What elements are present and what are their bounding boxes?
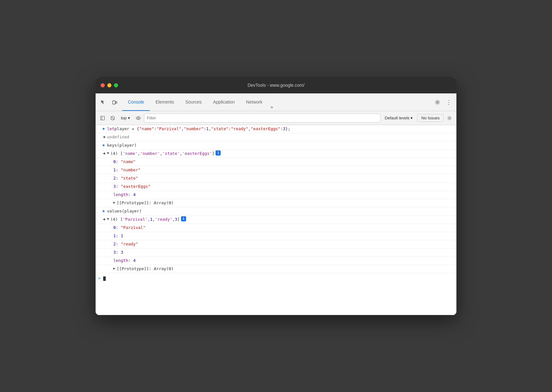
tab-console[interactable]: Console [122,93,150,111]
values-item-3: 3 : 3 [96,249,456,257]
clear-console-button[interactable] [108,114,117,123]
svg-point-2 [437,101,438,103]
default-levels-button[interactable]: Default levels ▾ [382,114,416,122]
line-content: 1 : "number" [113,167,454,174]
console-line-input-2: ▶ keys(player) [96,142,456,150]
settings-button[interactable] [432,97,442,107]
line-content: keys(player) [107,142,454,149]
line-content: 3 : "easterEggs" [113,183,454,190]
keys-item-0: 0 : "name" [96,158,456,166]
line-gutter: ▶ [98,142,107,148]
line-content: 0 : "name" [113,159,454,165]
info-badge[interactable]: i [181,216,186,221]
keys-item-2: 2 : "state" [96,174,456,183]
expand-collapse-arrow[interactable]: ▶ [113,200,116,205]
keys-item-3: 3 : "easterEggs" [96,183,456,191]
main-toolbar: Console Elements Sources Application Net… [96,93,456,111]
keys-item-1: 1 : "number" [96,166,456,174]
svg-rect-1 [116,102,117,103]
maximize-button[interactable] [114,83,118,87]
line-gutter: ◀ [98,216,107,222]
window-title: DevTools - www.google.com/ [248,83,304,88]
tab-sources[interactable]: Sources [180,93,207,111]
svg-point-8 [449,117,450,119]
line-gutter: ▶ [98,126,107,132]
line-content: ▶ [[Prototype]]: Array(0) [113,266,454,272]
tab-network[interactable]: Network [241,93,268,111]
tab-application[interactable]: Application [207,93,241,111]
line-content: let player = { "name" : "Parzival" , "nu… [107,126,454,132]
line-content: ▶ [[Prototype]]: Array(0) [113,200,454,206]
line-content: 2 : "ready" [113,241,454,248]
console-settings-button[interactable] [445,114,454,123]
line-content: 2 : "state" [113,175,454,182]
expand-arrow[interactable]: ▶ [103,142,105,148]
line-gutter: ▶ [98,208,107,214]
expand-collapse-arrow[interactable]: ▼ [107,150,109,156]
line-gutter: ◀ [98,150,107,156]
values-length: length : 4 [96,257,456,265]
sidebar-toggle-button[interactable] [98,114,107,123]
line-content: 3 : 3 [113,249,454,256]
live-expressions-button[interactable] [134,114,143,123]
line-gutter: ◀ [98,134,107,140]
expand-collapse-arrow[interactable]: ▼ [107,216,109,222]
filter-input[interactable] [144,114,380,123]
line-content: ▼ (4) [ 'name' , 'number' , 'state' , 'e… [107,150,454,157]
values-item-0: 0 : "Parzival" [96,224,456,232]
expand-collapse-arrow[interactable]: ▶ [113,266,116,271]
console-line-values-header: ◀ ▼ (4) [ 'Parzival' , 1 , 'ready' , 3 ]… [96,216,456,224]
output-arrow: ◀ [103,216,105,222]
info-badge[interactable]: i [216,150,221,155]
svg-rect-0 [113,101,115,104]
values-item-1: 1 : 1 [96,232,456,240]
line-content: 1 : 1 [113,233,454,239]
line-content: ▼ (4) [ 'Parzival' , 1 , 'ready' , 3 ] i [107,216,454,223]
context-selector[interactable]: top ▾ [118,114,133,122]
toolbar-icon-group [98,97,120,107]
console-line-input-3: ▶ values(player) [96,207,456,216]
output-arrow: ◀ [103,150,105,156]
expand-arrow[interactable]: ▶ [103,208,105,214]
toolbar-right-actions: ⋮ [432,97,454,107]
output-arrow: ◀ [103,134,105,140]
devtools-window: DevTools - www.google.com/ Console Eleme… [96,77,456,315]
console-line-keys-header: ◀ ▼ (4) [ 'name' , 'number' , 'state' , … [96,150,456,158]
tab-elements[interactable]: Elements [150,93,179,111]
values-prototype: ▶ [[Prototype]]: Array(0) [96,265,456,273]
more-tabs-button[interactable]: » [268,103,276,111]
expand-arrow[interactable]: ▶ [103,126,105,132]
titlebar: DevTools - www.google.com/ [96,77,456,93]
console-toolbar: top ▾ Default levels ▾ No Issues [96,111,456,125]
console-prompt: > [98,275,101,282]
traffic-lights [101,83,118,87]
console-cursor [103,276,106,281]
line-content: 0 : "Parzival" [113,224,454,231]
line-content: values(player) [107,208,454,215]
more-options-button[interactable]: ⋮ [444,97,454,107]
values-item-2: 2 : "ready" [96,240,456,249]
close-button[interactable] [101,83,105,87]
device-toolbar-button[interactable] [110,97,120,107]
devtools-tabs: Console Elements Sources Application Net… [122,93,432,111]
svg-point-7 [138,117,139,119]
keys-length: length : 4 [96,191,456,199]
console-output: ▶ let player = { "name" : "Parzival" , "… [96,125,456,315]
line-content: undefined [107,134,454,141]
svg-line-6 [111,117,114,119]
line-content: length : 4 [113,192,454,198]
minimize-button[interactable] [107,83,111,87]
line-content: length : 4 [113,257,454,264]
issues-button[interactable]: No Issues [417,114,444,122]
inspect-element-button[interactable] [98,97,108,107]
console-input-area[interactable]: > [96,273,456,283]
keys-prototype: ▶ [[Prototype]]: Array(0) [96,199,456,207]
svg-rect-3 [101,116,104,120]
console-line-output-undefined: ◀ undefined [96,133,456,142]
console-line-input-1: ▶ let player = { "name" : "Parzival" , "… [96,125,456,133]
